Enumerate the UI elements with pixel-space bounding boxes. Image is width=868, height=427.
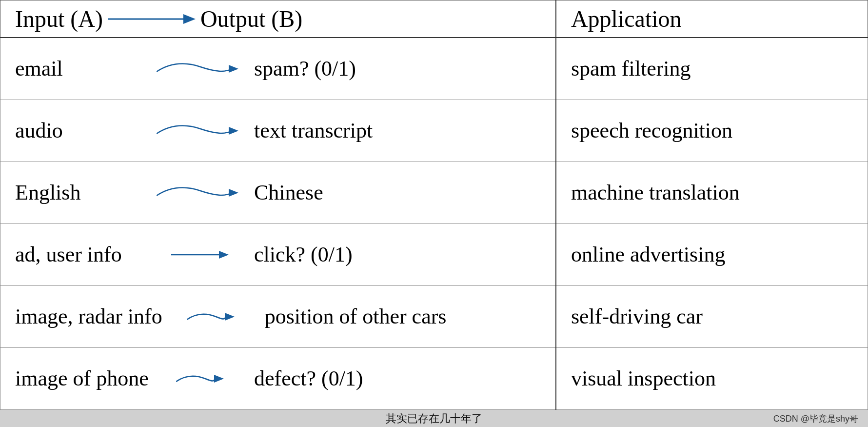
row-0-input-output-cell: email spam? (0/1): [0, 38, 556, 100]
arrow-icon: [187, 308, 236, 325]
row-3-input: ad, user info: [15, 242, 152, 267]
header-application: Application: [556, 0, 868, 38]
svg-marker-8: [214, 375, 224, 383]
header-input-label: Input (A): [15, 5, 103, 32]
svg-marker-2: [229, 65, 238, 73]
svg-marker-1: [183, 14, 196, 24]
row-4-input-output-cell: image, radar info position of other cars: [0, 285, 556, 347]
row-2-application: machine translation: [556, 162, 868, 224]
table-row: English Chinesemachine translation: [0, 162, 868, 224]
svg-marker-3: [229, 127, 238, 135]
row-2-output: Chinese: [254, 180, 323, 205]
row-1-application: speech recognition: [556, 100, 868, 162]
table-row: image, radar info position of other cars…: [0, 285, 868, 347]
row-2-input: English: [15, 180, 152, 205]
row-5-input-output-cell: image of phone defect? (0/1): [0, 347, 556, 409]
table-row: email spam? (0/1)spam filtering: [0, 38, 868, 100]
row-5-input: image of phone: [15, 366, 152, 391]
footer-bar: 其实已存在几十年了 CSDN @毕竟是shy哥: [0, 410, 868, 427]
table-header: Input (A) Output (B) Application: [0, 0, 868, 38]
row-4-output: position of other cars: [265, 304, 447, 329]
row-0-application: spam filtering: [556, 38, 868, 100]
row-3-output: click? (0/1): [254, 242, 353, 267]
row-1-output: text transcript: [254, 118, 373, 143]
table-row: audio text transcriptspeech recognition: [0, 100, 868, 162]
row-1-input-output-cell: audio text transcript: [0, 100, 556, 162]
table-row: image of phone defect? (0/1)visual inspe…: [0, 347, 868, 409]
svg-marker-4: [229, 189, 238, 197]
header-input-output: Input (A) Output (B): [0, 0, 556, 38]
arrow-icon: [157, 58, 244, 80]
row-3-application: online advertising: [556, 224, 868, 285]
row-5-application: visual inspection: [556, 347, 868, 409]
header-output-label: Output (B): [200, 5, 302, 32]
footer-text: 其实已存在几十年了: [386, 411, 482, 426]
row-5-output: defect? (0/1): [254, 366, 363, 391]
row-0-input: email: [15, 56, 152, 81]
arrow-icon: [171, 246, 230, 264]
watermark-text: CSDN @毕竟是shy哥: [773, 413, 858, 425]
arrow-icon: [157, 182, 244, 203]
row-4-application: self-driving car: [556, 285, 868, 347]
row-4-input: image, radar info: [15, 304, 162, 329]
row-2-input-output-cell: English Chinese: [0, 162, 556, 224]
table-row: ad, user info click? (0/1)online adverti…: [0, 224, 868, 285]
svg-marker-6: [219, 251, 229, 259]
row-0-output: spam? (0/1): [254, 56, 356, 81]
arrow-icon: [176, 370, 225, 387]
svg-marker-7: [225, 313, 235, 321]
header-arrow-icon: [108, 9, 196, 29]
row-3-input-output-cell: ad, user info click? (0/1): [0, 224, 556, 285]
arrow-icon: [157, 120, 244, 142]
row-1-input: audio: [15, 118, 152, 143]
